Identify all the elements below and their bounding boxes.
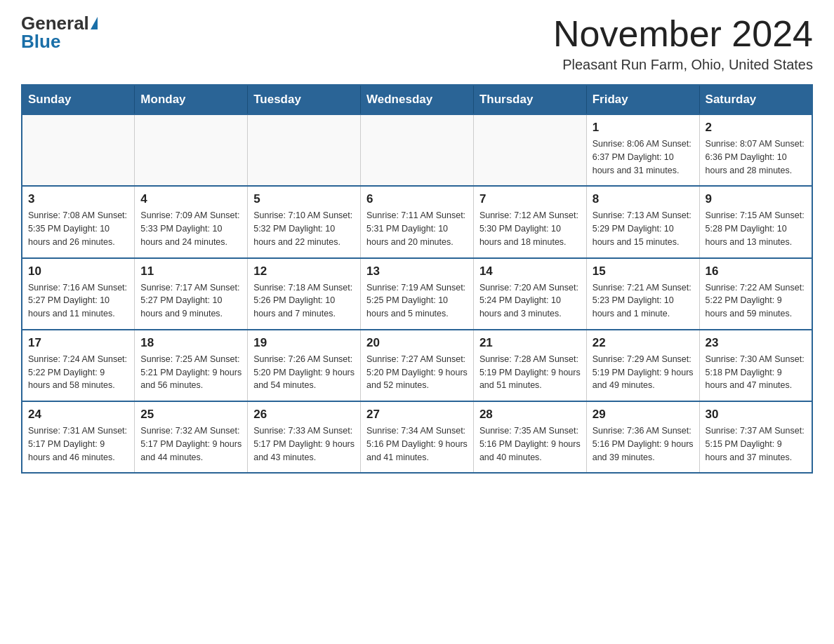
calendar-cell: 3Sunrise: 7:08 AM Sunset: 5:35 PM Daylig… — [22, 186, 135, 257]
calendar-cell: 27Sunrise: 7:34 AM Sunset: 5:16 PM Dayli… — [361, 401, 474, 473]
day-number: 1 — [593, 121, 694, 135]
weekday-header-thursday: Thursday — [473, 85, 586, 114]
day-info: Sunrise: 7:24 AM Sunset: 5:22 PM Dayligh… — [28, 353, 128, 392]
day-number: 12 — [253, 264, 355, 279]
day-number: 25 — [140, 408, 241, 422]
day-number: 18 — [140, 336, 241, 350]
day-number: 5 — [253, 192, 355, 206]
day-number: 24 — [28, 408, 128, 422]
day-number: 2 — [706, 121, 806, 135]
day-info: Sunrise: 7:21 AM Sunset: 5:23 PM Dayligh… — [593, 281, 694, 321]
calendar-row-3: 17Sunrise: 7:24 AM Sunset: 5:22 PM Dayli… — [22, 330, 812, 401]
location-subtitle: Pleasant Run Farm, Ohio, United States — [553, 57, 813, 73]
day-info: Sunrise: 7:32 AM Sunset: 5:17 PM Dayligh… — [140, 424, 241, 464]
day-info: Sunrise: 7:19 AM Sunset: 5:25 PM Dayligh… — [366, 281, 468, 321]
day-info: Sunrise: 7:12 AM Sunset: 5:30 PM Dayligh… — [479, 209, 581, 248]
calendar-cell: 12Sunrise: 7:18 AM Sunset: 5:26 PM Dayli… — [248, 258, 361, 330]
day-info: Sunrise: 7:26 AM Sunset: 5:20 PM Dayligh… — [253, 353, 355, 392]
day-info: Sunrise: 7:31 AM Sunset: 5:17 PM Dayligh… — [28, 424, 128, 464]
weekday-header-row: SundayMondayTuesdayWednesdayThursdayFrid… — [22, 85, 812, 114]
day-number: 14 — [479, 264, 581, 279]
calendar-cell — [248, 114, 361, 186]
day-number: 3 — [28, 192, 128, 206]
calendar-cell — [473, 114, 586, 186]
calendar-row-0: 1Sunrise: 8:06 AM Sunset: 6:37 PM Daylig… — [22, 114, 812, 186]
logo: General Blue — [21, 14, 98, 51]
day-info: Sunrise: 7:37 AM Sunset: 5:15 PM Dayligh… — [706, 424, 806, 464]
weekday-header-tuesday: Tuesday — [248, 85, 361, 114]
day-number: 7 — [479, 192, 581, 206]
day-info: Sunrise: 7:33 AM Sunset: 5:17 PM Dayligh… — [253, 424, 355, 464]
calendar-cell: 20Sunrise: 7:27 AM Sunset: 5:20 PM Dayli… — [361, 330, 474, 401]
calendar-cell: 30Sunrise: 7:37 AM Sunset: 5:15 PM Dayli… — [699, 401, 812, 473]
day-number: 26 — [253, 408, 355, 422]
weekday-header-wednesday: Wednesday — [361, 85, 474, 114]
calendar-cell: 7Sunrise: 7:12 AM Sunset: 5:30 PM Daylig… — [473, 186, 586, 257]
day-number: 10 — [28, 264, 128, 279]
weekday-header-saturday: Saturday — [699, 85, 812, 114]
day-number: 29 — [593, 408, 694, 422]
calendar-cell: 13Sunrise: 7:19 AM Sunset: 5:25 PM Dayli… — [361, 258, 474, 330]
day-info: Sunrise: 8:07 AM Sunset: 6:36 PM Dayligh… — [706, 137, 806, 177]
day-info: Sunrise: 7:29 AM Sunset: 5:19 PM Dayligh… — [593, 353, 694, 392]
day-number: 9 — [706, 192, 806, 206]
calendar-cell: 11Sunrise: 7:17 AM Sunset: 5:27 PM Dayli… — [135, 258, 248, 330]
day-info: Sunrise: 7:20 AM Sunset: 5:24 PM Dayligh… — [479, 281, 581, 321]
weekday-header-sunday: Sunday — [22, 85, 135, 114]
day-number: 20 — [366, 336, 468, 350]
day-info: Sunrise: 7:36 AM Sunset: 5:16 PM Dayligh… — [593, 424, 694, 464]
day-number: 28 — [479, 408, 581, 422]
day-info: Sunrise: 7:09 AM Sunset: 5:33 PM Dayligh… — [140, 209, 241, 248]
logo-general-text: General — [21, 14, 89, 32]
calendar-cell: 1Sunrise: 8:06 AM Sunset: 6:37 PM Daylig… — [586, 114, 699, 186]
day-number: 30 — [706, 408, 806, 422]
calendar-cell: 6Sunrise: 7:11 AM Sunset: 5:31 PM Daylig… — [361, 186, 474, 257]
calendar-cell: 2Sunrise: 8:07 AM Sunset: 6:36 PM Daylig… — [699, 114, 812, 186]
calendar-cell: 5Sunrise: 7:10 AM Sunset: 5:32 PM Daylig… — [248, 186, 361, 257]
weekday-header-friday: Friday — [586, 85, 699, 114]
day-number: 22 — [593, 336, 694, 350]
calendar-cell: 9Sunrise: 7:15 AM Sunset: 5:28 PM Daylig… — [699, 186, 812, 257]
day-number: 21 — [479, 336, 581, 350]
calendar-table: SundayMondayTuesdayWednesdayThursdayFrid… — [21, 84, 813, 474]
day-info: Sunrise: 7:10 AM Sunset: 5:32 PM Dayligh… — [253, 209, 355, 248]
day-info: Sunrise: 8:06 AM Sunset: 6:37 PM Dayligh… — [593, 137, 694, 177]
day-info: Sunrise: 7:17 AM Sunset: 5:27 PM Dayligh… — [140, 281, 241, 321]
day-number: 17 — [28, 336, 128, 350]
calendar-cell — [22, 114, 135, 186]
calendar-cell: 16Sunrise: 7:22 AM Sunset: 5:22 PM Dayli… — [699, 258, 812, 330]
calendar-cell: 28Sunrise: 7:35 AM Sunset: 5:16 PM Dayli… — [473, 401, 586, 473]
day-info: Sunrise: 7:18 AM Sunset: 5:26 PM Dayligh… — [253, 281, 355, 321]
day-info: Sunrise: 7:35 AM Sunset: 5:16 PM Dayligh… — [479, 424, 581, 464]
day-info: Sunrise: 7:16 AM Sunset: 5:27 PM Dayligh… — [28, 281, 128, 321]
calendar-row-1: 3Sunrise: 7:08 AM Sunset: 5:35 PM Daylig… — [22, 186, 812, 257]
day-info: Sunrise: 7:34 AM Sunset: 5:16 PM Dayligh… — [366, 424, 468, 464]
day-info: Sunrise: 7:25 AM Sunset: 5:21 PM Dayligh… — [140, 353, 241, 392]
calendar-cell: 23Sunrise: 7:30 AM Sunset: 5:18 PM Dayli… — [699, 330, 812, 401]
calendar-cell: 4Sunrise: 7:09 AM Sunset: 5:33 PM Daylig… — [135, 186, 248, 257]
calendar-cell: 22Sunrise: 7:29 AM Sunset: 5:19 PM Dayli… — [586, 330, 699, 401]
day-number: 6 — [366, 192, 468, 206]
day-info: Sunrise: 7:27 AM Sunset: 5:20 PM Dayligh… — [366, 353, 468, 392]
day-number: 27 — [366, 408, 468, 422]
calendar-cell: 8Sunrise: 7:13 AM Sunset: 5:29 PM Daylig… — [586, 186, 699, 257]
logo-triangle-icon — [91, 17, 98, 29]
day-number: 15 — [593, 264, 694, 279]
calendar-cell: 24Sunrise: 7:31 AM Sunset: 5:17 PM Dayli… — [22, 401, 135, 473]
day-number: 19 — [253, 336, 355, 350]
page-header: General Blue November 2024 Pleasant Run … — [21, 14, 813, 73]
day-info: Sunrise: 7:11 AM Sunset: 5:31 PM Dayligh… — [366, 209, 468, 248]
calendar-cell — [361, 114, 474, 186]
logo-blue-text: Blue — [21, 32, 60, 51]
month-title: November 2024 — [553, 14, 813, 54]
calendar-row-4: 24Sunrise: 7:31 AM Sunset: 5:17 PM Dayli… — [22, 401, 812, 473]
weekday-header-monday: Monday — [135, 85, 248, 114]
calendar-cell: 19Sunrise: 7:26 AM Sunset: 5:20 PM Dayli… — [248, 330, 361, 401]
day-number: 13 — [366, 264, 468, 279]
calendar-cell: 14Sunrise: 7:20 AM Sunset: 5:24 PM Dayli… — [473, 258, 586, 330]
calendar-cell: 25Sunrise: 7:32 AM Sunset: 5:17 PM Dayli… — [135, 401, 248, 473]
day-info: Sunrise: 7:22 AM Sunset: 5:22 PM Dayligh… — [706, 281, 806, 321]
day-info: Sunrise: 7:30 AM Sunset: 5:18 PM Dayligh… — [706, 353, 806, 392]
calendar-cell: 29Sunrise: 7:36 AM Sunset: 5:16 PM Dayli… — [586, 401, 699, 473]
calendar-cell: 26Sunrise: 7:33 AM Sunset: 5:17 PM Dayli… — [248, 401, 361, 473]
